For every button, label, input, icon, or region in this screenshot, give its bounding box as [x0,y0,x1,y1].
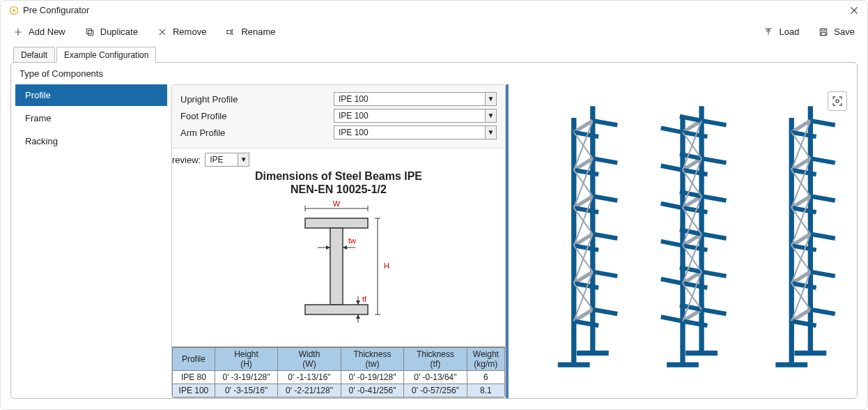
table-cell: 0' -2-21/128" [278,384,341,397]
save-button[interactable]: Save [817,24,856,40]
svg-line-131 [810,272,835,276]
upright-profile-label: Upright Profile [180,94,334,105]
svg-marker-30 [326,245,330,250]
main-area: Upright Profile IPE 100 ▼ Foot Profile I… [171,84,857,398]
svg-rect-6 [86,29,91,33]
tab-example-configuration[interactable]: Example Configuration [56,47,156,63]
svg-rect-7 [88,30,93,35]
table-cell: 0' -0-41/256" [341,384,403,397]
chevron-down-icon: ▼ [485,109,496,122]
svg-line-134 [810,310,835,314]
diagram-title: Dimensions of Steel Beams IPE NEN-EN 100… [255,169,422,196]
body: Profile Frame Racking Upright Profile IP… [11,84,857,398]
svg-marker-31 [343,245,347,250]
foot-profile-value: IPE 100 [334,111,485,121]
sidebar-item-profile[interactable]: Profile [15,84,167,106]
upright-profile-select[interactable]: IPE 100 ▼ [334,92,497,106]
label-tw: tw [348,236,356,245]
svg-line-101 [661,317,683,321]
tab-default[interactable]: Default [13,47,55,63]
review-label: review: [172,155,201,165]
close-icon[interactable] [849,6,859,15]
table-cell: 0' -0-19/128" [341,371,403,384]
svg-rect-10 [227,30,231,33]
svg-line-86 [661,204,683,208]
titlebar-left: Pre Configurator [9,5,89,15]
save-label: Save [834,26,855,37]
app-icon [9,6,19,15]
svg-line-81 [661,166,683,170]
svg-line-75 [702,121,726,125]
svg-line-46 [593,158,617,162]
table-cell: IPE 80 [173,371,215,384]
dimensions-table: ProfileHeight(H)Width(W)Thickness(tw)Thi… [172,347,505,397]
table-header[interactable]: Width(W) [278,348,341,371]
remove-label: Remove [173,26,206,37]
table-header[interactable]: Thickness(tw) [341,348,403,371]
svg-line-122 [810,158,835,162]
remove-button[interactable]: Remove [156,24,208,40]
profile-form-panel: Upright Profile IPE 100 ▼ Foot Profile I… [171,84,506,398]
content-frame: Type of Components Profile Frame Racking… [10,62,858,399]
table-header[interactable]: Height(H) [215,348,277,371]
table-header[interactable]: Thickness(tf) [404,348,467,371]
table-cell: 0' -1-13/16" [278,371,341,384]
svg-line-85 [702,196,726,200]
rename-label: Rename [241,26,275,37]
window-title: Pre Configurator [23,5,89,15]
remove-icon [157,27,167,37]
table-row[interactable]: IPE 800' -3-19/128"0' -1-13/16"0' -0-19/… [173,371,505,384]
svg-line-52 [593,234,617,238]
arm-profile-label: Arm Profile [180,128,334,138]
label-tf: tf [362,295,367,303]
foot-profile-select[interactable]: IPE 100 ▼ [334,109,497,123]
dimensions-table-wrap: ProfileHeight(H)Width(W)Thickness(tw)Thi… [172,347,505,397]
sidebar-item-frame[interactable]: Frame [15,107,167,129]
foot-profile-row: Foot Profile IPE 100 ▼ [180,109,497,123]
svg-point-1 [13,9,15,12]
svg-marker-34 [356,301,360,305]
svg-line-55 [593,272,617,276]
arm-profile-select[interactable]: IPE 100 ▼ [334,126,497,139]
rack-illustration [509,84,857,398]
review-select[interactable]: IPE ▼ [205,153,249,167]
table-cell: 0' -0-57/256" [404,384,467,397]
rename-icon [226,27,235,37]
duplicate-button[interactable]: Duplicate [84,24,139,40]
svg-rect-21 [305,305,368,314]
svg-line-125 [810,196,835,200]
plus-icon [13,27,23,37]
table-cell: IPE 100 [173,384,215,397]
chevron-down-icon: ▼ [485,126,496,139]
svg-line-80 [702,158,726,162]
rename-button[interactable]: Rename [224,24,277,40]
table-row[interactable]: IPE 1000' -3-15/16"0' -2-21/128"0' -0-41… [173,384,505,397]
svg-line-91 [661,241,683,245]
app-window: Pre Configurator Add New Duplicate Remov… [0,0,868,410]
save-icon [819,27,828,37]
toolbar: Add New Duplicate Remove Rename Load Sav… [1,20,867,47]
table-cell: 0' -0-13/64" [404,371,467,384]
table-header[interactable]: Weight(kg/m) [467,348,504,371]
profile-form-top: Upright Profile IPE 100 ▼ Foot Profile I… [172,85,505,149]
table-cell: 0' -3-15/16" [215,384,277,397]
duplicate-icon [85,27,95,37]
add-new-button[interactable]: Add New [12,24,67,40]
foot-profile-label: Foot Profile [180,111,334,121]
svg-line-100 [702,310,726,314]
svg-rect-20 [330,228,343,305]
label-w: W [333,199,341,208]
load-button[interactable]: Load [762,24,800,40]
fit-view-button[interactable] [828,91,847,111]
beam-diagram: W H tw [276,199,401,326]
svg-line-76 [661,128,683,132]
component-type-sidebar: Profile Frame Racking [11,84,171,398]
sidebar-item-racking[interactable]: Racking [15,130,167,152]
upload-icon [764,27,773,37]
svg-line-58 [593,310,617,314]
table-header[interactable]: Profile [173,348,215,371]
svg-line-43 [593,121,617,125]
add-new-label: Add New [29,26,65,37]
section-header: Type of Components [11,63,857,84]
preview-3d[interactable] [506,84,857,398]
